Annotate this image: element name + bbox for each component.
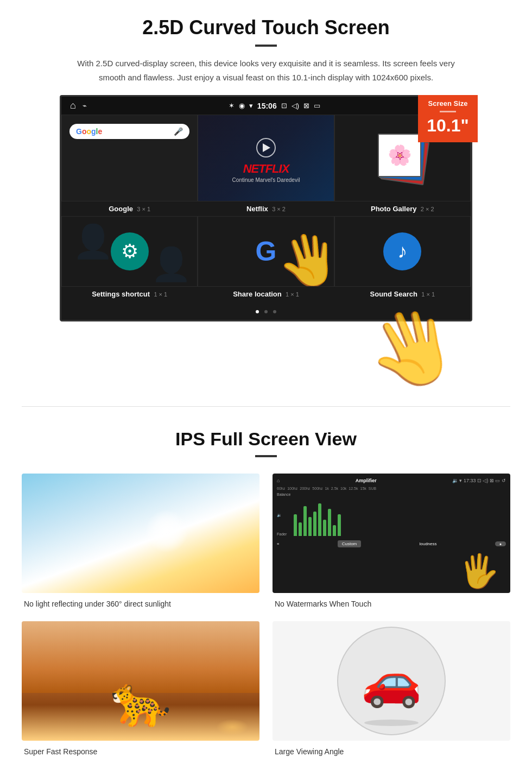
location-icon: ◉ [239, 102, 245, 110]
feature-label-4: Large Viewing Angle [273, 747, 510, 756]
custom-btn[interactable]: Custom [338, 540, 362, 547]
feature-label-1: No light reflecting under 360° direct su… [22, 600, 259, 608]
sun-flare [145, 509, 188, 553]
dot-3 [273, 310, 276, 313]
usb-icon: ⌁ [83, 102, 87, 110]
ghost-icon-2: 👤 [151, 245, 192, 283]
app-grid-row1: Google 🎤 NETFLIX Continue Marvel's Dared… [61, 115, 471, 201]
window-icon: ▭ [314, 102, 320, 110]
sound-icon-circle: ♪ [383, 232, 421, 270]
badge-size: 10.1" [421, 116, 474, 136]
status-bar: ⌂ ⌁ ✶ ◉ ▾ 15:06 ⊡ ◁) ⊠ ▭ [61, 97, 471, 115]
signal-icon: ▾ [249, 102, 253, 110]
home-icon[interactable]: ⌂ [70, 100, 76, 111]
sky-gradient [22, 621, 259, 693]
x-box-icon: ⊠ [303, 102, 309, 110]
share-location-cell[interactable]: G 🖐 [198, 216, 334, 287]
hand-on-eq-icon: 🖐 [459, 552, 499, 590]
feature-label-3: Super Fast Response [22, 747, 259, 756]
feature-no-watermarks: ⌂ Amplifier 🔉 ▾ 17:33 ⊡ ◁) ⊠ ▭ ↺ 60hz100… [273, 474, 510, 608]
dot-2 [264, 310, 268, 313]
feature-fast-response: 🐆 Super Fast Response [22, 621, 259, 756]
google-maps-icon: G [256, 236, 277, 267]
hand-pointer-wrapper: 🖐 [33, 324, 499, 390]
mic-icon[interactable]: 🎤 [174, 127, 183, 136]
feature-img-cheetah: 🐆 [22, 621, 259, 741]
status-bar-left: ⌂ ⌁ [70, 100, 87, 111]
photo-card-1: 🌸 [378, 134, 421, 177]
sound-search-cell[interactable]: ♪ [334, 216, 471, 287]
section-divider [22, 406, 510, 407]
camera-icon: ⊡ [281, 102, 287, 110]
title-underline [255, 45, 277, 47]
car-circle: 🚗 [337, 627, 446, 735]
feature-large-angle: 🚗 Large Viewing Angle [273, 621, 510, 756]
bluetooth-icon: ✶ [229, 102, 235, 110]
section2-underline [255, 455, 277, 457]
feature-no-reflection: No light reflecting under 360° direct su… [22, 474, 259, 608]
share-label: Share location 1 × 1 [198, 287, 334, 301]
section2-title: IPS Full Screen View [22, 428, 510, 450]
section-curved-screen: 2.5D Curved Touch Screen With 2.5D curve… [0, 0, 532, 401]
amp-home-icon: ⌂ [277, 478, 280, 483]
amp-header: ⌂ Amplifier 🔉 ▾ 17:33 ⊡ ◁) ⊠ ▭ ↺ [277, 478, 506, 483]
play-triangle-icon [263, 143, 270, 152]
music-note-icon: ♪ [397, 240, 407, 263]
flower-icon: 🌸 [388, 144, 412, 167]
dot-1 [256, 310, 259, 313]
google-search-bar[interactable]: Google 🎤 [69, 124, 189, 139]
feature-img-amplifier: ⌂ Amplifier 🔉 ▾ 17:33 ⊡ ◁) ⊠ ▭ ↺ 60hz100… [273, 474, 510, 593]
badge-label: Screen Size [421, 99, 474, 108]
section1-title: 2.5D Curved Touch Screen [33, 16, 499, 39]
netflix-overlay: NETFLIX Continue Marvel's Daredevil [232, 134, 300, 183]
features-grid: No light reflecting under 360° direct su… [22, 474, 510, 756]
amp-freq-labels: 60hz100hz200hz500hz1k2.5k10k12.5k15kSUB [277, 487, 506, 490]
google-label: Google 3 × 1 [61, 201, 198, 216]
feature-img-sky [22, 474, 259, 593]
gear-icon: ⚙ [121, 240, 138, 263]
gallery-label: Photo Gallery 2 × 2 [334, 201, 471, 216]
google-logo: Google [76, 127, 102, 136]
screen-size-badge: Screen Size 10.1" [418, 95, 478, 142]
car-top-view-icon: 🚗 [361, 653, 422, 710]
google-app-cell[interactable]: Google 🎤 [61, 115, 198, 201]
ghost-icon-1: 👤 [73, 222, 113, 261]
feature-label-2: No Watermarks When Touch [273, 600, 510, 608]
hand-pointing-icon: 🖐 [274, 227, 334, 287]
feature-img-car: 🚗 [273, 621, 510, 741]
status-bar-center: ✶ ◉ ▾ 15:06 ⊡ ◁) ⊠ ▭ [229, 102, 320, 110]
volume-icon: ◁) [292, 102, 299, 110]
netflix-label: Netflix 3 × 2 [198, 201, 334, 216]
car-shadow [364, 720, 419, 726]
amp-title: Amplifier [356, 478, 377, 483]
settings-icon-circle: ⚙ [111, 232, 149, 270]
app-grid-row2: 👤 👤 ⚙ G 🖐 ♪ [61, 216, 471, 287]
app-labels-row2: Settings shortcut 1 × 1 Share location 1… [61, 287, 471, 301]
amp-side-labels: Balance🔉Fader [277, 493, 506, 536]
section1-description: With 2.5D curved-display screen, this de… [76, 56, 456, 84]
play-button[interactable] [256, 138, 276, 157]
settings-app-cell[interactable]: 👤 👤 ⚙ [61, 216, 198, 287]
android-screen: ⌂ ⌁ ✶ ◉ ▾ 15:06 ⊡ ◁) ⊠ ▭ [60, 95, 472, 321]
eq-bars-container [294, 493, 506, 536]
netflix-logo: NETFLIX [232, 162, 300, 176]
amp-footer: « Custom loudness ● [277, 540, 506, 547]
badge-divider [440, 111, 456, 112]
status-time: 15:06 [257, 102, 277, 110]
netflix-subtitle: Continue Marvel's Daredevil [232, 177, 300, 183]
amp-status-icons: 🔉 ▾ 17:33 ⊡ ◁) ⊠ ▭ ↺ [452, 478, 506, 483]
dust-cloud [216, 719, 249, 735]
netflix-app-cell[interactable]: NETFLIX Continue Marvel's Daredevil [198, 115, 334, 201]
app-labels-row1: Google 3 × 1 Netflix 3 × 2 Photo Gallery… [61, 201, 471, 216]
settings-label: Settings shortcut 1 × 1 [61, 287, 198, 301]
sound-label: Sound Search 1 × 1 [334, 287, 471, 301]
section-ips: IPS Full Screen View No light reflecting… [0, 412, 532, 757]
